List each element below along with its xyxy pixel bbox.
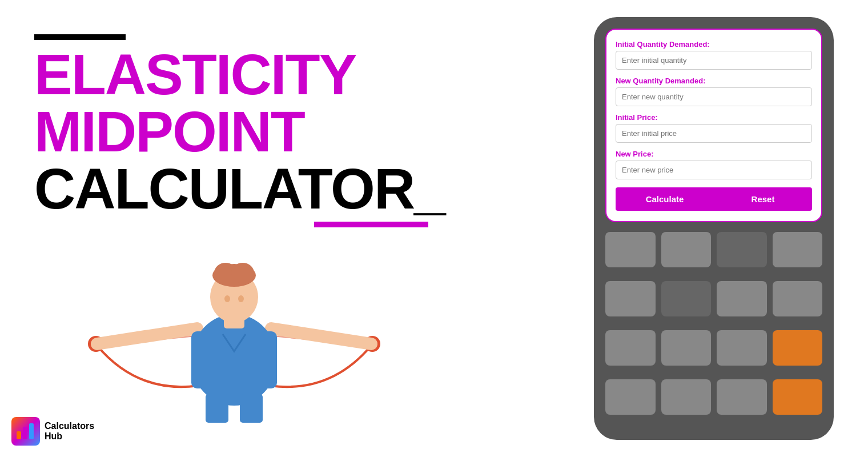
- title-elasticity: ELASTICITY: [34, 46, 463, 103]
- key-7[interactable]: [717, 281, 767, 316]
- svg-rect-18: [23, 427, 27, 439]
- logo-name-line2: Hub: [45, 431, 94, 442]
- key-enter[interactable]: [773, 379, 823, 415]
- title-section: ELASTICITY MIDPOINT CALCULATOR_: [34, 34, 463, 227]
- calculator-keypad: [605, 229, 822, 426]
- calculator-device: Initial Quantity Demanded: New Quantity …: [594, 17, 834, 440]
- key-2[interactable]: [661, 232, 712, 267]
- key-6[interactable]: [661, 281, 712, 316]
- key-14[interactable]: [717, 379, 767, 415]
- svg-point-13: [224, 295, 230, 302]
- person-illustration: [69, 240, 400, 423]
- key-10[interactable]: [661, 330, 712, 366]
- initial-price-group: Initial Price:: [616, 113, 812, 143]
- logo-icon: [11, 417, 40, 446]
- key-11[interactable]: [717, 330, 767, 366]
- svg-rect-19: [29, 423, 34, 439]
- initial-quantity-input[interactable]: [616, 51, 812, 70]
- key-4[interactable]: [773, 232, 823, 267]
- initial-quantity-group: Initial Quantity Demanded:: [616, 40, 812, 70]
- key-3[interactable]: [717, 232, 767, 267]
- svg-rect-15: [206, 394, 228, 423]
- new-price-group: New Price:: [616, 150, 812, 179]
- initial-price-input[interactable]: [616, 124, 812, 143]
- svg-rect-16: [240, 394, 263, 423]
- title-calculator-text: CALCULATOR_: [34, 160, 445, 217]
- logo-area: Calculators Hub: [11, 417, 94, 446]
- key-8[interactable]: [773, 281, 823, 316]
- key-1[interactable]: [605, 232, 656, 267]
- svg-rect-7: [191, 331, 277, 388]
- new-quantity-label: New Quantity Demanded:: [616, 77, 812, 85]
- key-13[interactable]: [661, 379, 712, 415]
- title-top-bar: [34, 34, 126, 40]
- new-price-label: New Price:: [616, 150, 812, 158]
- svg-point-12: [231, 263, 254, 283]
- svg-point-14: [238, 295, 244, 302]
- illustration-area: [69, 240, 400, 434]
- key-9[interactable]: [605, 330, 656, 366]
- calculate-button[interactable]: Calculate: [616, 187, 714, 211]
- logo-name-line1: Calculators: [45, 421, 94, 431]
- new-quantity-group: New Quantity Demanded:: [616, 77, 812, 106]
- new-quantity-input[interactable]: [616, 87, 812, 106]
- title-calculator: CALCULATOR_: [34, 160, 463, 217]
- initial-price-label: Initial Price:: [616, 113, 812, 122]
- reset-button[interactable]: Reset: [714, 187, 812, 211]
- button-row: Calculate Reset: [616, 187, 812, 211]
- new-price-input[interactable]: [616, 161, 812, 179]
- svg-rect-17: [17, 431, 21, 439]
- title-midpoint: MIDPOINT: [34, 103, 463, 160]
- logo-text: Calculators Hub: [45, 421, 94, 442]
- key-12[interactable]: [605, 379, 656, 415]
- calculator-screen: Initial Quantity Demanded: New Quantity …: [605, 29, 822, 222]
- key-5[interactable]: [605, 281, 656, 316]
- initial-quantity-label: Initial Quantity Demanded:: [616, 40, 812, 49]
- logo-svg: [15, 421, 36, 442]
- key-equals[interactable]: [773, 330, 823, 366]
- title-underline: [314, 222, 428, 227]
